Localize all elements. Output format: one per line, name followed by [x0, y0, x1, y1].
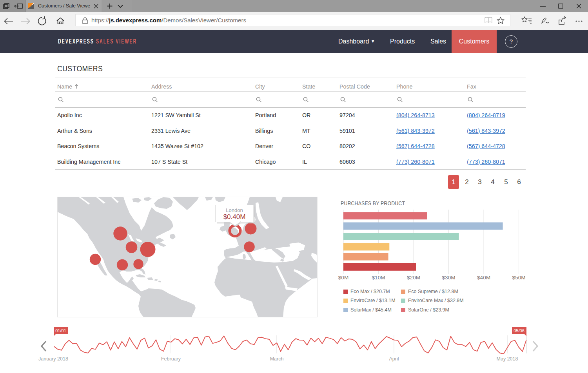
svg-text:April: April: [389, 356, 399, 362]
svg-text:01/01: 01/01: [55, 328, 66, 333]
svg-text:$0.40M: $0.40M: [223, 213, 246, 221]
svg-text:January 2018: January 2018: [38, 356, 68, 362]
svg-text:March: March: [270, 356, 284, 362]
svg-text:May 2018: May 2018: [497, 356, 518, 362]
svg-text:05/06: 05/06: [514, 328, 524, 333]
svg-text:London: London: [226, 207, 243, 213]
svg-text:February: February: [161, 356, 181, 362]
